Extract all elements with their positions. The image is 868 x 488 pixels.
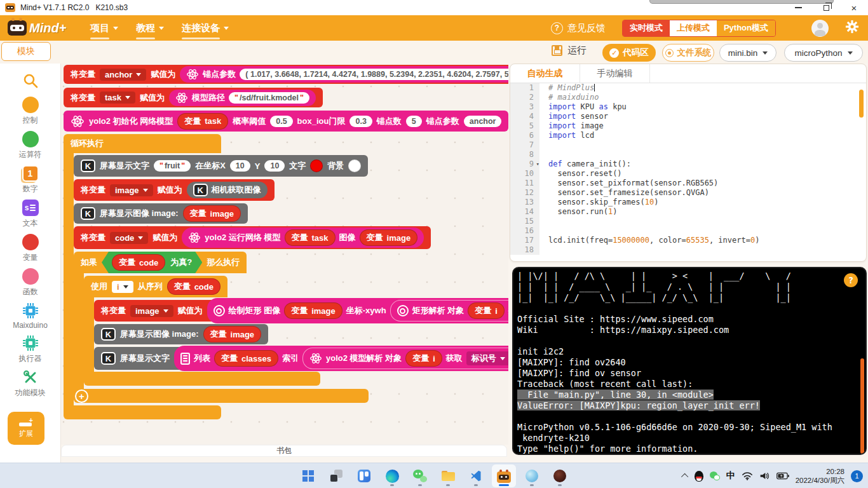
block-foreach[interactable]: 使用 i 从序列 变量code [84, 276, 227, 297]
user-avatar[interactable] [811, 20, 829, 37]
sidebar-category-variables[interactable]: 变量 [0, 234, 60, 263]
block-display-text[interactable]: K 屏幕显示文字 " fruit " 在坐标X 10 Y 10 文字 背景 [74, 155, 368, 177]
condition-boolean[interactable]: 变量code 为真? [102, 252, 202, 273]
firmware-dropdown[interactable]: mini.bin [719, 44, 776, 62]
feedback-button[interactable]: ? 意见反馈 [551, 22, 606, 34]
taskbar-app-task-view[interactable] [324, 464, 348, 487]
y-input[interactable]: 10 [264, 160, 285, 172]
search-icon[interactable] [22, 72, 39, 89]
block-set-anchor[interactable]: 将变量 anchor 赋值为 锚点参数 ( 1.017, 3.6648, 1.7… [64, 65, 508, 84]
notification-badge[interactable]: 1 [851, 470, 863, 482]
block-set-task[interactable]: 将变量 task 赋值为 模型路径 " /sd/fruit.kmodel " [64, 88, 323, 107]
rect-parse-reporter[interactable]: 矩形解析 对象 变量i 坐标 [390, 300, 508, 322]
restore-button[interactable] [812, 0, 840, 15]
tab-manual-edit[interactable]: 手动编辑 [580, 64, 650, 83]
wifi-icon[interactable] [742, 471, 753, 480]
code-scrollbar[interactable] [859, 90, 864, 118]
close-button[interactable]: × [840, 0, 868, 15]
block-set-image-draw-rect[interactable]: 将变量 image 赋值为 绘制矩形 图像 变量image 坐标-xywh 矩形… [94, 300, 508, 322]
model-path-reporter[interactable]: 模型路径 " /sd/fruit.kmodel " [169, 90, 316, 106]
anchor-count-input[interactable]: 5 [406, 116, 422, 127]
anchor-params-reporter[interactable]: 锚点参数 ( 1.017, 3.6648, 1.7214, 4.4274, 1.… [180, 66, 508, 83]
variable-pill[interactable]: 变量i [468, 302, 505, 319]
background-color-picker[interactable] [348, 159, 361, 172]
block-set-code-yolo-run[interactable]: 将变量 code 赋值为 yolo2 运行网络 模型 变量task 图像 变量i… [74, 226, 431, 249]
loop-block-arm[interactable] [64, 153, 74, 405]
block-yolo-init[interactable]: yolo2 初始化 网络模型 变量task 概率阈值 0.5 box_iou门限… [64, 111, 508, 132]
backpack-bar[interactable]: 书包 [61, 445, 507, 457]
volume-icon[interactable] [759, 471, 770, 480]
variable-pill[interactable]: 变量i [405, 350, 442, 367]
mode-realtime[interactable]: 实时模式 [623, 20, 670, 36]
taskbar-app-globe-app[interactable] [520, 464, 544, 487]
code-editor[interactable]: 1# MindPlus2# maixduino3import KPU as kp… [510, 83, 866, 262]
yolo-parse-reporter[interactable]: yolo2 模型解析 对象 变量i 获取 标识号 的值 [302, 348, 508, 369]
sidebar-category-text[interactable]: s文本 [0, 200, 60, 229]
taskbar-app-windows-start[interactable] [296, 464, 320, 487]
code-area-toggle[interactable]: ✓ 代码区 [602, 44, 656, 62]
draw-rect-reporter[interactable]: 绘制矩形 图像 变量image 坐标-xywh 矩形解析 对象 变量i 坐标 [207, 298, 508, 323]
battery-icon[interactable] [776, 472, 789, 480]
sidebar-category-maixduino[interactable]: Maixduino [0, 302, 60, 330]
variable-pill[interactable]: 变量code [112, 254, 165, 271]
anchor-var-input[interactable]: anchor [464, 116, 502, 127]
sidebar-category-control[interactable]: 控制 [0, 97, 60, 126]
variable-pill[interactable]: 变量task [177, 113, 228, 130]
variable-pill[interactable]: 变量classes [214, 350, 278, 367]
sidebar-category-modules[interactable]: 功能模块 [0, 369, 60, 398]
text-input[interactable]: " fruit " [154, 160, 191, 172]
menu-connect-device[interactable]: 连接设备 [182, 22, 229, 34]
taskbar-app-widgets[interactable] [352, 464, 376, 487]
block-loop-forever[interactable]: 循环执行 [64, 134, 221, 153]
file-system-toggle[interactable]: 文件系统 [662, 44, 714, 62]
block-display-result-text[interactable]: K 屏幕显示文字 列表 变量classes 索引 yolo2 模型解析 对象 变… [94, 347, 508, 370]
camera-capture-reporter[interactable]: K 相机获取图像 [187, 182, 268, 198]
anchor-values-input[interactable]: ( 1.017, 3.6648, 1.7214, 4.4274, 1.9889,… [240, 69, 508, 80]
block-display-image[interactable]: K 屏幕显示图像 image: 变量image [74, 203, 248, 224]
yolo-run-reporter[interactable]: yolo2 运行网络 模型 变量task 图像 变量image [182, 227, 424, 248]
qq-tray-icon[interactable] [695, 471, 703, 482]
if-block-arm[interactable] [74, 273, 84, 389]
extension-button[interactable]: + 扩展 [8, 412, 44, 445]
block-set-image-camera[interactable]: 将变量 image 赋值为 K 相机获取图像 [74, 179, 275, 201]
variable-pill[interactable]: 变量image [203, 326, 262, 342]
variable-pill[interactable]: 变量code [167, 278, 220, 295]
run-button[interactable]: 运行 [552, 44, 587, 57]
terminal-help-button[interactable]: ? [844, 273, 858, 287]
block-if[interactable]: 如果 变量code 为真? 那么执行 [74, 252, 247, 273]
if-block-foot[interactable] [74, 389, 369, 403]
x-input[interactable]: 10 [230, 160, 250, 172]
variable-pill[interactable]: 变量image [183, 205, 241, 222]
taskbar-app-file-explorer[interactable] [436, 464, 460, 487]
threshold-input[interactable]: 0.5 [270, 116, 292, 127]
box-iou-input[interactable]: 0.3 [349, 116, 372, 127]
tab-modules[interactable]: 模块 [1, 42, 51, 61]
terminal-scrollbar[interactable] [860, 358, 864, 454]
taskbar-app-wechat[interactable] [408, 464, 432, 487]
loop-block-foot[interactable] [64, 405, 221, 419]
list-index-reporter[interactable]: 列表 变量classes 索引 yolo2 模型解析 对象 变量i 获取 标识号… [174, 346, 508, 371]
variable-pill[interactable]: 变量image [360, 229, 418, 246]
variable-pill[interactable]: 变量image [284, 302, 342, 319]
mode-python[interactable]: Python模式 [717, 20, 775, 36]
minimize-button[interactable] [784, 0, 812, 15]
foreach-block-arm[interactable] [84, 297, 94, 372]
model-path-input[interactable]: " /sd/fruit.kmodel " [229, 92, 309, 104]
serial-terminal[interactable]: | |\/| | / /\ \ | | > < | ___/ \ /| | | … [512, 267, 867, 455]
variable-dropdown[interactable]: image [110, 184, 153, 196]
sidebar-category-operators[interactable]: 运算符 [0, 131, 60, 160]
menu-tutorial[interactable]: 教程 [136, 22, 164, 34]
language-dropdown[interactable]: microPython [784, 44, 863, 62]
variable-dropdown[interactable]: task [100, 92, 135, 104]
variable-dropdown[interactable]: code [110, 232, 148, 244]
variable-dropdown[interactable]: anchor [100, 69, 146, 81]
taskbar-app-mindplus[interactable] [492, 464, 516, 487]
mode-upload[interactable]: 上传模式 [670, 20, 717, 36]
sidebar-category-functions[interactable]: 函数 [0, 268, 60, 297]
block-display-image[interactable]: K 屏幕显示图像 image: 变量image [94, 324, 268, 344]
field-dropdown[interactable]: 标识号 [466, 351, 508, 365]
taskbar-clock[interactable]: 20:28 2022/4/30/周六 [796, 467, 844, 485]
taskbar-app-vscode[interactable] [464, 464, 488, 487]
taskbar-app-edge[interactable] [380, 464, 404, 487]
sidebar-category-actuators[interactable]: 执行器 [0, 335, 60, 364]
